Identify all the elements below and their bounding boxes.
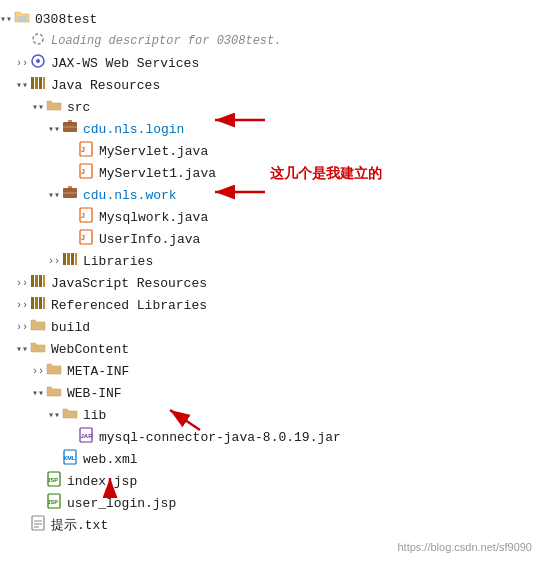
icon-file-jsp-icon: JSP: [46, 471, 64, 491]
icon-file-java-icon: J: [78, 229, 96, 249]
svg-rect-5: [35, 77, 38, 89]
svg-rect-26: [31, 275, 34, 287]
tree-item-label: JAX-WS Web Services: [51, 56, 199, 71]
tree-item-web-xml[interactable]: XMLweb.xml: [0, 448, 540, 470]
svg-text:JSP: JSP: [48, 477, 59, 483]
icon-file-jsp-icon: JSP: [46, 493, 64, 513]
tree-item-label: user_login.jsp: [67, 496, 176, 511]
tree-item-lib[interactable]: ▾lib: [0, 404, 540, 426]
svg-rect-6: [39, 77, 42, 89]
tree-item-cdu-nls-login[interactable]: ▾cdu.nls.login: [0, 118, 540, 140]
svg-rect-9: [68, 120, 72, 123]
tree-item-userinfo[interactable]: JUserInfo.java: [0, 228, 540, 250]
icon-package-icon: [62, 119, 80, 139]
icon-lib-icon: [30, 273, 48, 293]
svg-point-3: [36, 59, 40, 63]
tree-item-src[interactable]: ▾src: [0, 96, 540, 118]
tree-item-label: web.xml: [83, 452, 138, 467]
icon-file-java-icon: J: [78, 163, 96, 183]
tree-arrow: ›: [16, 58, 30, 69]
tree-item-label: 0308test: [35, 12, 97, 27]
svg-rect-0: [17, 16, 27, 21]
tree-item-mysql-connector[interactable]: JARmysql-connector-java-8.0.19.jar: [0, 426, 540, 448]
tree-item-label: cdu.nls.work: [83, 188, 177, 203]
tree-item-webcontent[interactable]: ▾WebContent: [0, 338, 540, 360]
icon-folder-closed-icon: [46, 361, 64, 381]
tree-item-label: Libraries: [83, 254, 153, 269]
tree-arrow: ›: [16, 300, 30, 311]
tree-item-root[interactable]: ▾0308test: [0, 8, 540, 30]
tree-item-web-inf[interactable]: ▾WEB-INF: [0, 382, 540, 404]
tree-arrow: ›: [32, 366, 46, 377]
tree-item-index-jsp[interactable]: JSPindex.jsp: [0, 470, 540, 492]
svg-rect-25: [75, 253, 77, 265]
tree-item-user-login-jsp[interactable]: JSPuser_login.jsp: [0, 492, 540, 514]
tree-item-label: cdu.nls.login: [83, 122, 184, 137]
tree-arrow: ▾: [32, 387, 46, 399]
tree-arrow: ▾: [16, 79, 30, 91]
icon-file-java-icon: J: [78, 141, 96, 161]
tree-item-label: Loading descriptor for 0308test.: [51, 34, 281, 48]
tree-item-prompt-txt[interactable]: 提示.txt: [0, 514, 540, 536]
tree-item-meta-inf[interactable]: ›META-INF: [0, 360, 540, 382]
tree-item-label: META-INF: [67, 364, 129, 379]
tree-item-ref-libraries[interactable]: ›Referenced Libraries: [0, 294, 540, 316]
tree-item-cdu-nls-work[interactable]: ▾cdu.nls.work: [0, 184, 540, 206]
tree-item-js-resources[interactable]: ›JavaScript Resources: [0, 272, 540, 294]
svg-text:JAR: JAR: [81, 433, 94, 439]
tree-item-label: MyServlet.java: [99, 144, 208, 159]
tree-arrow: ›: [16, 322, 30, 333]
tree-item-label: lib: [83, 408, 106, 423]
icon-jaxws-icon: [30, 53, 48, 73]
tree-item-loading[interactable]: Loading descriptor for 0308test.: [0, 30, 540, 52]
icon-package-icon: [62, 185, 80, 205]
icon-file-java-icon: J: [78, 207, 96, 227]
svg-rect-42: [32, 516, 44, 530]
svg-rect-28: [39, 275, 42, 287]
svg-rect-32: [39, 297, 42, 309]
tree-item-mysqlwork[interactable]: JMysqlwork.java: [0, 206, 540, 228]
svg-rect-7: [43, 77, 45, 89]
svg-rect-27: [35, 275, 38, 287]
tree-item-jaxws[interactable]: ›JAX-WS Web Services: [0, 52, 540, 74]
icon-lib-icon: [62, 251, 80, 271]
tree-item-label: build: [51, 320, 90, 335]
watermark: https://blog.csdn.net/sf9090: [397, 541, 532, 553]
tree-item-myservlet[interactable]: JMyServlet.java: [0, 140, 540, 162]
svg-rect-29: [43, 275, 45, 287]
tree-item-build[interactable]: ›build: [0, 316, 540, 338]
icon-file-txt-icon: [30, 515, 48, 535]
icon-folder-closed-icon: [30, 317, 48, 337]
svg-point-1: [33, 34, 43, 44]
svg-text:J: J: [81, 234, 85, 241]
icon-project-icon: [14, 9, 32, 29]
svg-rect-22: [63, 253, 66, 265]
tree-item-label: mysql-connector-java-8.0.19.jar: [99, 430, 341, 445]
tree-item-label: WebContent: [51, 342, 129, 357]
tree-item-label: src: [67, 100, 90, 115]
tree-arrow: ▾: [0, 13, 14, 25]
svg-text:J: J: [81, 168, 85, 175]
tree-item-java-resources[interactable]: ▾Java Resources: [0, 74, 540, 96]
svg-rect-33: [43, 297, 45, 309]
tree-arrow: ›: [16, 278, 30, 289]
tree-item-myservlet1[interactable]: JMyServlet1.java: [0, 162, 540, 184]
svg-rect-16: [68, 186, 72, 189]
tree-item-label: WEB-INF: [67, 386, 122, 401]
tree-item-label: Referenced Libraries: [51, 298, 207, 313]
tree-item-label: 提示.txt: [51, 516, 108, 534]
svg-text:XML: XML: [64, 455, 76, 461]
tree-item-label: UserInfo.java: [99, 232, 200, 247]
tree-arrow: ▾: [32, 101, 46, 113]
svg-rect-23: [67, 253, 70, 265]
svg-text:JSP: JSP: [48, 499, 59, 505]
svg-rect-4: [31, 77, 34, 89]
tree-arrow: ▾: [16, 343, 30, 355]
tree-item-label: Mysqlwork.java: [99, 210, 208, 225]
tree-arrow: ▾: [48, 189, 62, 201]
icon-folder-icon: [46, 383, 64, 403]
tree-item-libraries[interactable]: ›Libraries: [0, 250, 540, 272]
icon-lib-icon: [30, 295, 48, 315]
tree-item-label: index.jsp: [67, 474, 137, 489]
svg-text:J: J: [81, 212, 85, 219]
